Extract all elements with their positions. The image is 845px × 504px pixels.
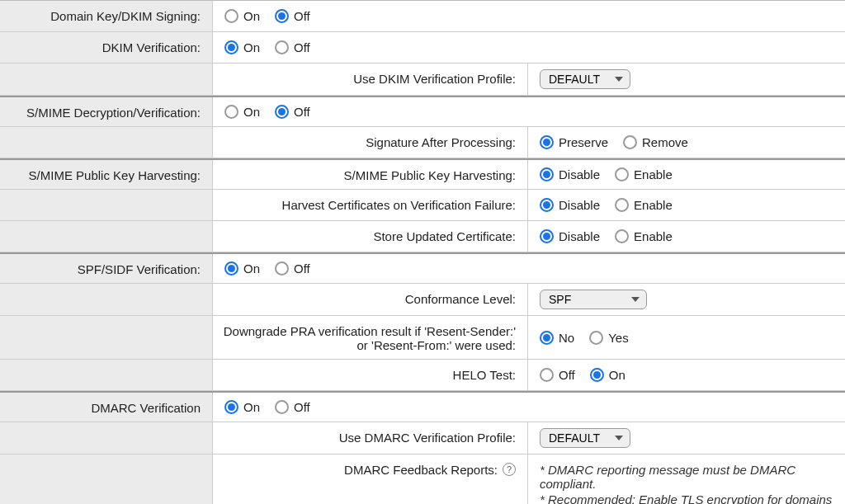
select-conformance[interactable]: SPF xyxy=(540,290,647,309)
value-smime-harvest: Disable Enable xyxy=(528,160,845,189)
radio-hfail-enable[interactable]: Enable xyxy=(615,198,673,212)
radio-dkim-ver-off[interactable]: Off xyxy=(275,40,310,54)
radio-downgrade-yes[interactable]: Yes xyxy=(589,331,628,345)
radio-smime-on[interactable]: On xyxy=(224,105,260,119)
label-helo: HELO Test: xyxy=(213,360,528,390)
radio-icon xyxy=(540,331,554,345)
label-dmarc: DMARC Verification xyxy=(0,393,213,422)
radio-icon xyxy=(275,40,289,54)
radio-dkim-ver-on[interactable]: On xyxy=(224,40,260,54)
label-dkim-profile: Use DKIM Verification Profile: xyxy=(213,64,528,95)
row-helo: HELO Test: Off On xyxy=(0,360,845,391)
radio-store-disable[interactable]: Disable xyxy=(540,229,600,243)
spacer xyxy=(0,127,213,158)
radio-icon xyxy=(540,167,554,181)
value-dkim-verification: On Off xyxy=(213,32,845,63)
select-dmarc-profile[interactable]: DEFAULT xyxy=(540,428,630,448)
radio-helo-off[interactable]: Off xyxy=(540,368,575,382)
value-helo: Off On xyxy=(528,360,845,390)
radio-harvest-enable[interactable]: Enable xyxy=(615,167,673,181)
radio-icon xyxy=(540,368,554,382)
row-dkim-profile: Use DKIM Verification Profile: DEFAULT xyxy=(0,64,845,96)
row-dmarc-feedback: DMARC Feedback Reports: ? * DMARC report… xyxy=(0,455,845,504)
radio-dkim-signing-on[interactable]: On xyxy=(224,9,260,23)
row-downgrade: Downgrade PRA verification result if 'Re… xyxy=(0,316,845,360)
radio-hfail-disable[interactable]: Disable xyxy=(540,198,600,212)
label-smime-harvest: S/MIME Public Key Harvesting: xyxy=(213,160,528,189)
row-dmarc-profile: Use DMARC Verification Profile: DEFAULT xyxy=(0,422,845,455)
value-store-cert: Disable Enable xyxy=(528,221,845,252)
radio-smime-off[interactable]: Off xyxy=(275,105,310,119)
value-dmarc-profile: DEFAULT xyxy=(528,422,845,454)
value-dmarc-feedback: * DMARC reporting message must be DMARC … xyxy=(528,455,845,504)
radio-icon xyxy=(590,368,604,382)
label-dkim-verification: DKIM Verification: xyxy=(0,32,213,63)
row-dkim-signing: Domain Key/DKIM Signing: On Off xyxy=(0,1,845,32)
radio-downgrade-no[interactable]: No xyxy=(540,331,574,345)
radio-icon xyxy=(589,331,603,345)
radio-icon xyxy=(615,167,629,181)
row-dkim-verification: DKIM Verification: On Off xyxy=(0,32,845,64)
radio-icon xyxy=(224,40,238,54)
value-dmarc: On Off xyxy=(213,393,845,422)
radio-icon xyxy=(615,229,629,243)
row-sig-after: Signature After Processing: Preserve Rem… xyxy=(0,127,845,158)
radio-icon xyxy=(615,198,629,212)
value-dkim-profile: DEFAULT xyxy=(528,64,845,95)
spacer xyxy=(0,190,213,220)
row-smime-harvest: S/MIME Public Key Harvesting: S/MIME Pub… xyxy=(0,158,845,190)
spacer xyxy=(0,221,213,252)
label-dmarc-profile: Use DMARC Verification Profile: xyxy=(213,422,528,454)
row-conformance: Conformance Level: SPF xyxy=(0,284,845,316)
spacer xyxy=(0,422,213,454)
radio-icon xyxy=(540,229,554,243)
label-harvest-fail: Harvest Certificates on Verification Fai… xyxy=(213,190,528,220)
radio-icon xyxy=(275,105,289,119)
radio-icon xyxy=(224,105,238,119)
radio-harvest-disable[interactable]: Disable xyxy=(540,167,600,181)
row-dmarc: DMARC Verification On Off xyxy=(0,391,845,422)
value-sig-after: Preserve Remove xyxy=(528,127,845,158)
label-dkim-signing: Domain Key/DKIM Signing: xyxy=(0,1,213,31)
label-downgrade: Downgrade PRA verification result if 'Re… xyxy=(213,316,528,359)
label-smime-harvest-section: S/MIME Public Key Harvesting: xyxy=(0,160,213,189)
spacer xyxy=(0,455,213,504)
help-icon[interactable]: ? xyxy=(503,463,516,476)
label-smime-decrypt: S/MIME Decryption/Verification: xyxy=(0,97,213,126)
value-spf: On Off xyxy=(213,254,845,283)
spacer xyxy=(0,284,213,315)
value-downgrade: No Yes xyxy=(528,316,845,359)
radio-dmarc-on[interactable]: On xyxy=(224,400,260,414)
radio-spf-on[interactable]: On xyxy=(224,261,260,276)
row-spf: SPF/SIDF Verification: On Off xyxy=(0,252,845,284)
row-smime-decrypt: S/MIME Decryption/Verification: On Off xyxy=(0,96,845,127)
radio-icon xyxy=(540,198,554,212)
note-2-text: * Recommended: Enable TLS encryption for… xyxy=(540,492,832,504)
note-2: * Recommended: Enable TLS encryption for… xyxy=(540,492,833,504)
value-harvest-fail: Disable Enable xyxy=(528,190,845,220)
select-dkim-profile[interactable]: DEFAULT xyxy=(540,69,630,89)
radio-dkim-signing-off[interactable]: Off xyxy=(275,9,310,23)
radio-helo-on[interactable]: On xyxy=(590,368,625,382)
radio-icon xyxy=(224,261,238,276)
label-conformance: Conformance Level: xyxy=(213,284,528,315)
radio-dmarc-off[interactable]: Off xyxy=(275,400,310,414)
spacer xyxy=(0,64,213,95)
label-dmarc-feedback-text: DMARC Feedback Reports: xyxy=(344,463,498,477)
value-conformance: SPF xyxy=(528,284,845,315)
value-dkim-signing: On Off xyxy=(213,1,845,31)
radio-remove[interactable]: Remove xyxy=(623,135,688,149)
row-store-cert: Store Updated Certificate: Disable Enabl… xyxy=(0,221,845,252)
radio-store-enable[interactable]: Enable xyxy=(615,229,673,243)
radio-preserve[interactable]: Preserve xyxy=(540,135,608,149)
radio-icon xyxy=(224,9,238,23)
label-store-cert: Store Updated Certificate: xyxy=(213,221,528,252)
radio-spf-off[interactable]: Off xyxy=(275,261,310,276)
radio-icon xyxy=(224,400,238,414)
note-1: * DMARC reporting message must be DMARC … xyxy=(540,463,833,491)
row-harvest-fail: Harvest Certificates on Verification Fai… xyxy=(0,190,845,221)
radio-icon xyxy=(623,135,637,149)
radio-icon xyxy=(540,135,554,149)
value-smime-decrypt: On Off xyxy=(213,97,845,126)
label-sig-after: Signature After Processing: xyxy=(213,127,528,158)
